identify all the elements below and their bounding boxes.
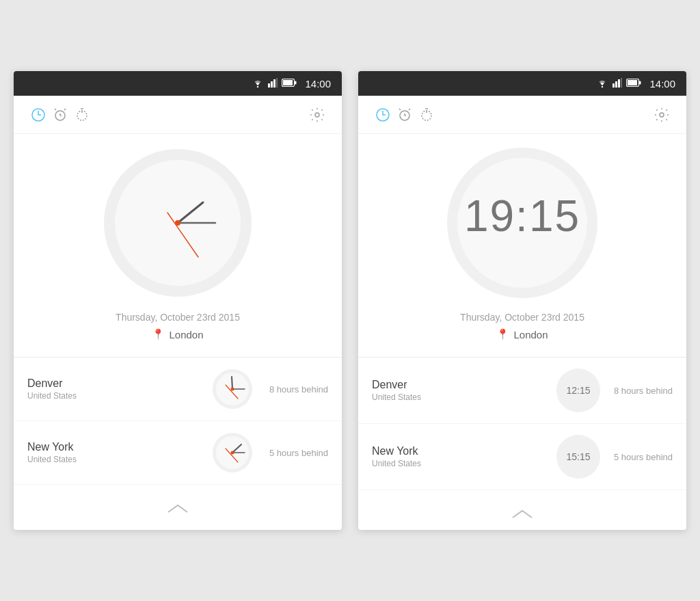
pin-icon-1: 📍 [152,328,165,340]
nav-bar-2 [358,96,686,134]
mini-analog-denver-1 [212,369,253,410]
wc-city-denver-1: Denver [27,377,198,390]
svg-rect-7 [295,81,297,85]
status-bar-1: 14:00 [14,71,342,96]
wc-diff-denver-2: 8 hours behind [611,386,673,396]
wc-city-denver-2: Denver [372,379,546,391]
svg-rect-2 [271,81,273,88]
digital-clock-inner: 19:15 [457,158,587,288]
svg-rect-1 [268,83,270,88]
wc-diff-newyork-2: 5 hours behind [611,452,673,462]
status-icons-1: 14:00 [252,78,331,90]
bottom-bar-2 [358,497,686,530]
chevron-up-icon-1[interactable] [165,501,190,515]
wc-country-denver-2: United States [372,392,546,402]
wc-location-newyork-1: New York United States [27,441,198,464]
wc-location-denver-1: Denver United States [27,377,198,401]
svg-line-24 [232,377,232,389]
wc-item-denver-2: Denver United States 12:15 8 hours behin… [358,358,686,424]
status-bar-2: 14:00 [358,71,686,96]
wc-country-newyork-1: United States [27,455,198,464]
bottom-bar-1 [14,492,342,524]
svg-point-33 [231,451,234,455]
tab-clock-1[interactable] [27,104,49,126]
mini-digital-denver-2: 12:15 [556,369,600,412]
clock-location-1: 📍 London [152,328,203,340]
battery-icon-2 [626,78,641,89]
wc-country-denver-1: United States [27,391,198,401]
svg-rect-3 [273,79,275,88]
tab-alarm-1[interactable] [49,104,71,126]
svg-point-0 [257,85,258,87]
mini-digital-newyork-2: 15:15 [556,435,600,479]
wc-country-newyork-2: United States [372,459,546,468]
wc-diff-denver-1: 8 hours behind [267,384,328,395]
location-text-2: London [513,329,548,340]
svg-point-34 [602,85,603,87]
world-clocks-2: Denver United States 12:15 8 hours behin… [358,358,686,497]
tab-settings-2[interactable] [651,104,673,126]
clock-date-2: Thursday, October 23rd 2015 [460,312,584,323]
page-wrapper: 14:00 [0,51,700,550]
phone-analog: 14:00 [14,71,342,530]
tab-stopwatch-1[interactable] [71,104,93,126]
signal-icon-1 [268,78,278,90]
wc-item-newyork-1: New York United States 5 hours behind [14,421,342,485]
tab-alarm-2[interactable] [394,104,416,126]
pin-icon-2: 📍 [496,328,509,340]
svg-point-21 [175,220,180,226]
world-clocks-1: Denver United States [14,358,342,492]
tab-settings-1[interactable] [306,104,328,126]
svg-rect-40 [628,80,637,85]
battery-icon-1 [282,78,297,89]
svg-point-27 [231,388,234,391]
clock-section-1: Thursday, October 23rd 2015 📍 London [14,134,342,358]
digital-time-display: 19:15 [464,194,580,238]
svg-rect-36 [615,81,617,88]
wc-item-newyork-2: New York United States 15:15 5 hours beh… [358,424,686,490]
tab-stopwatch-2[interactable] [416,104,438,126]
status-icons-2: 14:00 [596,78,675,90]
svg-rect-38 [621,78,622,88]
wifi-icon-2 [596,78,608,90]
wc-city-newyork-1: New York [27,441,198,453]
svg-rect-4 [276,78,278,88]
signal-icon-2 [612,78,622,90]
chevron-up-icon-2[interactable] [510,507,535,520]
svg-rect-37 [618,79,620,88]
mini-analog-newyork-1 [212,432,253,473]
svg-rect-41 [639,81,641,85]
clock-location-2: 📍 London [496,328,548,340]
svg-point-49 [660,113,664,117]
status-time-2: 14:00 [649,78,675,90]
wifi-icon-1 [252,78,264,90]
wc-item-denver-1: Denver United States [14,358,342,421]
status-time-1: 14:00 [305,78,331,90]
nav-bar-1 [14,96,342,134]
wc-diff-newyork-1: 5 hours behind [267,448,328,458]
svg-rect-6 [283,80,293,85]
clock-date-1: Thursday, October 23rd 2015 [116,312,240,323]
wc-location-newyork-2: New York United States [372,445,546,468]
digital-clock-circle: 19:15 [447,148,597,298]
svg-point-15 [315,113,319,117]
svg-rect-35 [612,83,615,88]
clock-section-2: 19:15 Thursday, October 23rd 2015 📍 Lond… [358,134,686,358]
location-text-1: London [169,329,203,340]
wc-location-denver-2: Denver United States [372,379,546,402]
wc-city-newyork-2: New York [372,445,546,457]
phone-digital: 14:00 [358,71,686,530]
analog-clock-1 [103,148,253,298]
tab-clock-2[interactable] [372,104,394,126]
